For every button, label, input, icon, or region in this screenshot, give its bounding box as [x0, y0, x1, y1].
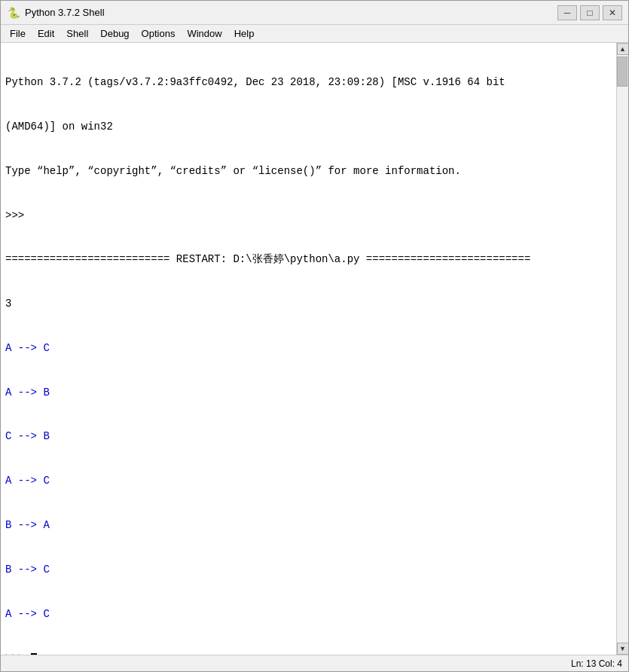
arrow-line-3: C --> B: [5, 429, 612, 444]
arrow-line-6: B --> C: [5, 563, 612, 578]
maximize-button[interactable]: □: [580, 5, 600, 20]
close-button[interactable]: ✕: [603, 5, 622, 20]
menu-edit[interactable]: Edit: [32, 26, 60, 41]
window-title: Python 3.7.2 Shell: [25, 7, 557, 18]
python-version-line2: (AMD64)] on win32: [5, 120, 612, 135]
arrow-line-1: A --> C: [5, 341, 612, 356]
scroll-up-button[interactable]: ▲: [617, 43, 629, 55]
arrow-line-7: A --> C: [5, 607, 612, 622]
prompt-initial: >>>: [5, 209, 612, 224]
window-controls: ─ □ ✕: [557, 5, 622, 20]
output-number: 3: [5, 297, 612, 312]
menu-debug[interactable]: Debug: [94, 26, 135, 41]
menu-shell[interactable]: Shell: [60, 26, 94, 41]
shell-output[interactable]: Python 3.7.2 (tags/v3.7.2:9a3ffc0492, De…: [1, 43, 616, 655]
title-bar: 🐍 Python 3.7.2 Shell ─ □ ✕: [1, 1, 628, 25]
restart-line: ========================== RESTART: D:\张…: [5, 252, 612, 267]
menu-file[interactable]: File: [4, 26, 32, 41]
main-window: 🐍 Python 3.7.2 Shell ─ □ ✕ File Edit She…: [0, 0, 629, 672]
cursor-position: Ln: 13 Col: 4: [571, 658, 622, 669]
menu-bar: File Edit Shell Debug Options Window Hel…: [1, 25, 628, 43]
python-help-line: Type “help”, “copyright”, “credits” or “…: [5, 164, 612, 179]
menu-help[interactable]: Help: [228, 26, 261, 41]
arrow-line-2: A --> B: [5, 386, 612, 401]
scrollbar: ▲ ▼: [616, 43, 628, 655]
shell-area: Python 3.7.2 (tags/v3.7.2:9a3ffc0492, De…: [1, 43, 628, 655]
scrollbar-thumb[interactable]: [617, 57, 627, 87]
arrow-line-4: A --> C: [5, 474, 612, 489]
menu-window[interactable]: Window: [181, 26, 227, 41]
scrollbar-track[interactable]: [617, 55, 628, 643]
scroll-down-button[interactable]: ▼: [617, 643, 629, 655]
status-bar: Ln: 13 Col: 4: [1, 655, 628, 671]
minimize-button[interactable]: ─: [557, 5, 577, 20]
python-version-line1: Python 3.7.2 (tags/v3.7.2:9a3ffc0492, De…: [5, 75, 612, 90]
app-icon: 🐍: [7, 6, 20, 20]
menu-options[interactable]: Options: [136, 26, 182, 41]
arrow-line-5: B --> A: [5, 518, 612, 533]
